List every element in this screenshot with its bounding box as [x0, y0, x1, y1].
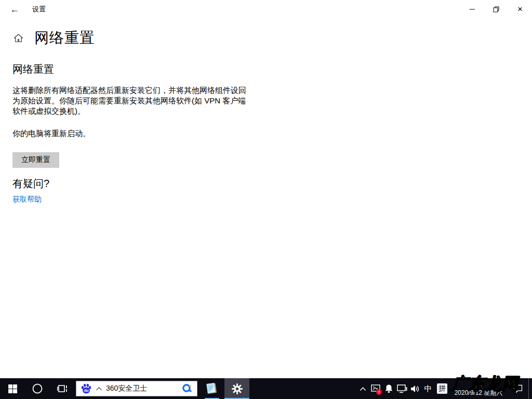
alert-badge: ! [376, 389, 382, 395]
taskbar-app-notepad[interactable] [200, 378, 224, 399]
ime-pinyin-indicator[interactable]: 拼 [437, 383, 447, 394]
taskbar-search-box[interactable]: du 360安全卫士 [76, 381, 197, 396]
svg-text:du: du [84, 388, 89, 393]
task-view-button[interactable] [50, 378, 75, 399]
search-input[interactable]: 360安全卫士 [106, 384, 178, 393]
close-button[interactable]: × [508, 0, 532, 19]
action-center-button[interactable] [508, 378, 528, 399]
restart-note: 你的电脑将重新启动。 [12, 129, 90, 139]
reset-now-button[interactable]: 立即重置 [12, 152, 59, 168]
start-button[interactable] [0, 378, 25, 399]
show-desktop-button[interactable] [528, 378, 532, 399]
caption-buttons: × [460, 0, 532, 19]
clock-time: 20: [449, 381, 508, 389]
questions-heading: 有疑问? [12, 177, 49, 191]
page-title: 网络重置 [34, 28, 95, 48]
section-title: 网络重置 [12, 62, 54, 76]
volume-speaker-icon[interactable] [408, 378, 421, 399]
titlebar: ← 设置 × [0, 0, 532, 19]
get-help-link[interactable]: 获取帮助 [12, 195, 42, 204]
clock-date: 2020/9/12 星期六 [449, 389, 508, 397]
taskbar: du 360安全卫士 [0, 378, 532, 399]
security-alert-tray-icon[interactable]: ! [369, 378, 382, 399]
network-ethernet-icon[interactable] [395, 378, 408, 399]
cortana-circle-icon [32, 383, 43, 394]
system-tray: ! 中 拼 20: 2020/9/12 [356, 378, 532, 399]
reset-description: 这将删除所有网络适配器然后重新安装它们，并将其他网络组件设回为原始设置。你随后可… [12, 85, 249, 116]
restore-icon [493, 6, 499, 12]
task-view-icon [57, 384, 68, 393]
tray-chevron-up-icon[interactable] [356, 378, 369, 399]
taskbar-clock[interactable]: 20: 2020/9/12 星期六 [449, 380, 508, 397]
taskbar-app-settings[interactable] [224, 378, 249, 399]
window-title: 设置 [32, 0, 46, 19]
bell-notification-icon[interactable] [382, 378, 395, 399]
close-icon: × [517, 4, 523, 15]
action-center-icon [513, 383, 523, 394]
minimize-icon [469, 6, 475, 12]
back-arrow-icon: ← [10, 4, 19, 15]
notepad-icon [205, 382, 219, 395]
chevron-up-icon[interactable] [96, 387, 102, 391]
minimize-button[interactable] [460, 0, 484, 19]
windows-logo-icon [8, 384, 17, 393]
restore-button[interactable] [484, 0, 508, 19]
ime-language-mode[interactable]: 中 [421, 378, 435, 399]
back-button[interactable]: ← [3, 0, 26, 19]
home-icon [13, 33, 24, 44]
baidu-icon: du [81, 383, 92, 394]
360-search-icon[interactable] [181, 383, 193, 394]
page-header: 网络重置 [13, 28, 95, 48]
settings-gear-icon [231, 383, 243, 395]
cortana-button[interactable] [25, 378, 50, 399]
